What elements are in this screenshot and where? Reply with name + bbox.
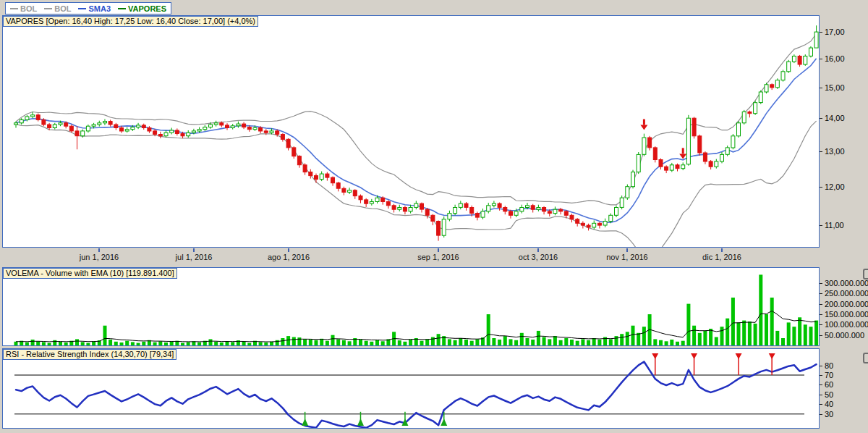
y-axis-label: 100.000.000	[825, 320, 868, 329]
axis-tick-mark	[820, 59, 822, 59]
axis-tick-mark	[820, 384, 822, 385]
cutoff-panel-control[interactable]	[863, 353, 868, 363]
legend-item-label: VAPORES	[128, 4, 166, 13]
date-tick-mark	[626, 248, 628, 252]
y-axis-label: 200.000.000	[825, 300, 868, 308]
date-tick-mark	[721, 248, 723, 252]
legend-box: BOLBOLSMA3VAPORES	[5, 2, 171, 14]
chart-window: BOLBOLSMA3VAPORES VAPORES [Open: 16,40 H…	[0, 0, 868, 433]
axis-tick-mark	[820, 32, 822, 33]
axis-tick-mark	[820, 395, 822, 395]
axis-tick-mark	[820, 375, 822, 376]
axis-tick-mark	[820, 151, 822, 152]
price-info-box: VAPORES [Open: 16,40 High: 17,25 Low: 16…	[3, 16, 258, 27]
y-axis-label: 300.000.000	[825, 279, 868, 287]
rsi-info-box: RSI - Relative Strength Index (14,30,70)…	[3, 349, 176, 360]
volume-panel	[2, 267, 820, 346]
axis-tick-mark	[820, 225, 822, 226]
axis-tick-mark	[820, 314, 822, 315]
price-chart-canvas[interactable]	[3, 16, 819, 247]
y-axis-label: 80	[825, 361, 833, 370]
legend-item-label: BOL	[20, 4, 37, 13]
y-axis-label: 50.000.000	[825, 331, 864, 340]
y-axis-label: 13,00	[825, 147, 845, 156]
legend-item[interactable]: BOL	[10, 4, 37, 13]
y-axis-label: 17,00	[825, 28, 845, 36]
y-axis-label: 150.000.000	[825, 310, 868, 319]
y-axis-label: 30	[825, 410, 833, 419]
date-tick-mark	[193, 248, 195, 252]
date-tick-mark	[537, 248, 539, 252]
rsi-panel	[2, 348, 820, 429]
price-panel	[2, 15, 820, 248]
axis-tick-mark	[820, 187, 822, 188]
x-axis-label: jul 1, 2016	[161, 253, 226, 261]
axis-tick-mark	[820, 283, 822, 284]
axis-tick-mark	[820, 414, 822, 415]
x-axis-label: ago 1, 2016	[256, 253, 321, 261]
y-axis-label: 50	[825, 390, 833, 399]
y-axis-label: 11,00	[825, 221, 844, 230]
y-axis-label: 15,00	[825, 83, 845, 92]
axis-tick-mark	[820, 335, 822, 336]
legend-item[interactable]: SMA3	[78, 4, 111, 13]
date-tick-mark	[438, 248, 439, 252]
x-axis-label: jun 1, 2016	[67, 253, 132, 261]
y-axis-label: 70	[825, 371, 833, 379]
legend-line-swatch	[118, 8, 126, 9]
axis-tick-mark	[820, 404, 822, 405]
axis-tick-mark	[820, 304, 822, 305]
x-axis-label: dic 1, 2016	[689, 253, 754, 261]
cutoff-panel-control[interactable]	[863, 269, 868, 279]
y-axis-label: 250.000.000	[825, 289, 868, 298]
y-axis-label: 14,00	[825, 114, 845, 122]
date-tick-mark	[98, 248, 100, 252]
y-axis-label: 12,00	[825, 182, 845, 191]
x-axis-label: oct 3, 2016	[506, 253, 571, 261]
y-axis-label: 16,00	[825, 54, 845, 63]
rsi-chart-canvas[interactable]	[3, 349, 819, 428]
axis-tick-mark	[820, 293, 822, 294]
x-axis-label: nov 1, 2016	[595, 253, 660, 261]
legend-item[interactable]: BOL	[44, 4, 71, 13]
legend-line-swatch	[44, 8, 52, 9]
axis-tick-mark	[820, 366, 822, 366]
axis-tick-mark	[820, 118, 822, 119]
axis-tick-mark	[820, 324, 822, 325]
date-tick-mark	[288, 248, 289, 252]
y-axis-label: 40	[825, 400, 833, 408]
x-axis-label: sep 1, 2016	[406, 253, 471, 261]
legend-item-label: BOL	[54, 4, 71, 13]
volume-chart-canvas[interactable]	[3, 268, 819, 345]
legend-item[interactable]: VAPORES	[118, 4, 166, 13]
volume-info-box: VOLEMA - Volume with EMA (10) [119.891.4…	[3, 268, 177, 279]
legend-line-swatch	[10, 8, 18, 9]
axis-tick-mark	[820, 88, 822, 88]
legend-item-label: SMA3	[88, 4, 111, 13]
y-axis-label: 60	[825, 380, 833, 389]
legend-line-swatch	[78, 8, 86, 9]
